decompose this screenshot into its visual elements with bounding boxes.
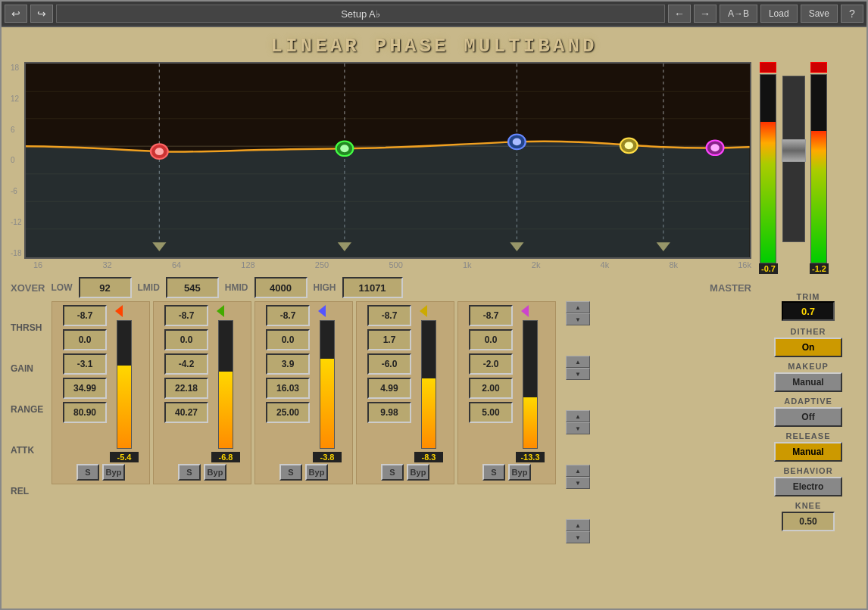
gain-down-btn[interactable]: ▼ — [566, 368, 590, 380]
next-button[interactable]: → — [694, 5, 717, 23]
makeup-btn[interactable]: Manual — [774, 372, 842, 392]
band3-params — [266, 305, 310, 423]
band3-solo-btn[interactable]: S — [279, 464, 302, 481]
band3-attk[interactable] — [266, 378, 310, 399]
save-button[interactable]: Save — [801, 5, 838, 23]
band3-rel[interactable] — [266, 402, 310, 423]
band4-solo-btn[interactable]: S — [381, 464, 404, 481]
band5-gain[interactable] — [469, 329, 513, 350]
band4-rel[interactable] — [367, 402, 411, 423]
range-arrows: ▲ ▼ — [566, 410, 590, 434]
meter-fill-left — [760, 122, 776, 263]
attk-down-btn[interactable]: ▼ — [566, 477, 590, 489]
band2-byp-btn[interactable]: Byp — [204, 464, 226, 481]
makeup-section: MAKEUP Manual — [762, 362, 854, 392]
band4-gain[interactable] — [367, 329, 411, 350]
band3-range[interactable] — [266, 353, 310, 375]
behavior-btn[interactable]: Electro — [774, 477, 842, 496]
band1-solo-btn[interactable]: S — [76, 464, 99, 481]
meter-track-left — [760, 74, 776, 263]
band5-range[interactable] — [469, 353, 513, 375]
low-label: LOW — [52, 282, 73, 293]
band1-sb-row: S Byp — [76, 464, 125, 481]
svg-point-24 — [711, 144, 720, 151]
prev-button[interactable]: ← — [668, 5, 691, 23]
thrsh-up-btn[interactable]: ▲ — [566, 301, 590, 313]
band1-rel[interactable] — [63, 402, 107, 423]
rel-down-btn[interactable]: ▼ — [566, 531, 590, 543]
attk-arrows: ▲ ▼ — [566, 465, 590, 489]
band2-gain[interactable] — [164, 329, 208, 350]
meter-db-right: -1.2 — [810, 263, 829, 274]
clip-indicator-right[interactable] — [810, 62, 827, 73]
band3-meter: -3.8 — [313, 452, 342, 462]
help-button[interactable]: ? — [841, 5, 863, 23]
output-meters-area: -0.7 -1.2 — [759, 62, 857, 289]
band2-solo-btn[interactable]: S — [178, 464, 201, 481]
band4-attk[interactable] — [367, 378, 411, 399]
svg-point-18 — [341, 145, 349, 152]
xover-lmid-input[interactable] — [166, 277, 219, 298]
band1-meter: -5.4 — [110, 452, 139, 462]
range-down-btn[interactable]: ▼ — [566, 422, 590, 434]
range-up-btn[interactable]: ▲ — [566, 410, 590, 422]
xover-high-input[interactable] — [342, 277, 403, 298]
band1-range[interactable] — [63, 353, 107, 375]
dither-btn[interactable]: On — [774, 338, 842, 357]
band2-params — [164, 305, 208, 423]
gain-up-btn[interactable]: ▲ — [566, 356, 590, 368]
xover-hmid-input[interactable] — [254, 277, 308, 298]
band5-attk[interactable] — [469, 378, 513, 399]
band5-rel[interactable] — [469, 402, 513, 423]
band5-byp-btn[interactable]: Byp — [508, 464, 531, 481]
band3-gain[interactable] — [266, 329, 310, 350]
knee-label: KNEE — [795, 501, 822, 510]
undo-button[interactable]: ↩ — [5, 5, 27, 23]
xover-section: XOVER LOW LMID HMID HIGH MASTER — [11, 271, 751, 301]
band1-byp-btn[interactable]: Byp — [102, 464, 125, 481]
master-fader-track[interactable] — [782, 76, 805, 242]
band5-thrsh[interactable] — [469, 305, 513, 326]
band2-attk[interactable] — [164, 378, 208, 399]
band2-rel[interactable] — [164, 402, 208, 423]
band4-thrsh[interactable] — [367, 305, 411, 326]
makeup-label: MAKEUP — [788, 362, 829, 371]
rel-up-btn[interactable]: ▲ — [566, 519, 590, 531]
band4-meter: -8.3 — [414, 452, 443, 462]
band1-gain[interactable] — [63, 329, 107, 350]
clip-indicator-left[interactable] — [760, 62, 776, 73]
band5-params — [469, 305, 513, 423]
load-button[interactable]: Load — [760, 5, 798, 23]
eq-display[interactable] — [24, 62, 751, 259]
band5-meter: -13.3 — [516, 452, 545, 462]
master-fader-thumb[interactable] — [782, 139, 806, 162]
trim-input[interactable] — [782, 301, 835, 321]
toolbar: ↩ ↪ Setup A♭ ← → A→B Load Save ? — [2, 2, 866, 27]
band1-thrsh[interactable] — [63, 305, 107, 326]
band2-range[interactable] — [164, 353, 208, 375]
band2-thrsh[interactable] — [164, 305, 208, 326]
band3-thrsh[interactable] — [266, 305, 310, 326]
band5-sb-row: S Byp — [482, 464, 531, 481]
adaptive-label: ADAPTIVE — [784, 397, 832, 406]
band3-byp-btn[interactable]: Byp — [305, 464, 328, 481]
band4-range[interactable] — [367, 353, 411, 375]
ab-button[interactable]: A→B — [720, 5, 757, 23]
band5-solo-btn[interactable]: S — [482, 464, 505, 481]
band4-byp-btn[interactable]: Byp — [407, 464, 429, 481]
row-labels: THRSH GAIN RANGE ATTK REL — [11, 301, 48, 512]
attk-up-btn[interactable]: ▲ — [566, 465, 590, 477]
adaptive-btn[interactable]: Off — [774, 407, 842, 427]
band4-fader: -8.3 — [414, 305, 443, 462]
meter-fill-right — [811, 131, 826, 263]
band1-params — [63, 305, 107, 423]
band1-attk[interactable] — [63, 378, 107, 399]
release-btn[interactable]: Manual — [774, 442, 842, 462]
trim-section: TRIM — [759, 292, 857, 321]
right-controls: DITHER On MAKEUP Manual ADAPTIVE Off REL… — [759, 324, 857, 534]
thrsh-down-btn[interactable]: ▼ — [566, 313, 590, 325]
xover-low-input[interactable] — [79, 277, 132, 298]
knee-input[interactable] — [782, 512, 835, 531]
behavior-label: BEHAVIOR — [783, 466, 832, 475]
redo-button[interactable]: ↪ — [30, 5, 53, 23]
